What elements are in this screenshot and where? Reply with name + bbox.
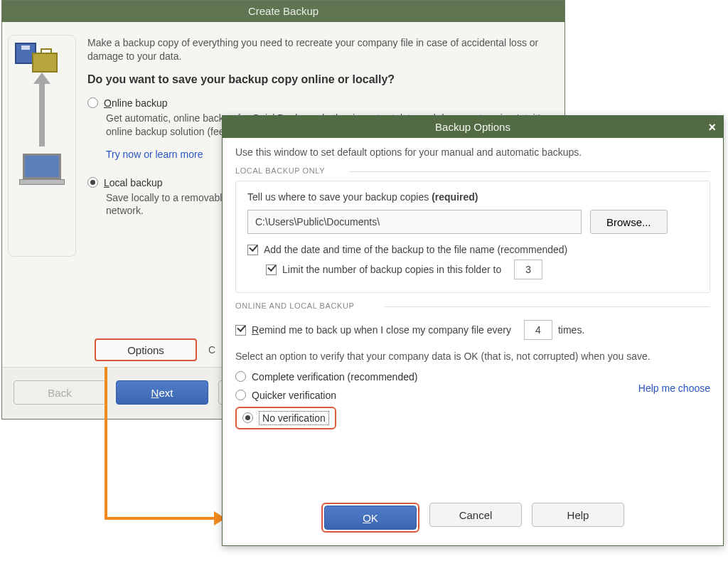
verify-none-label: No verification — [259, 411, 329, 425]
ok-button-highlight: OK — [321, 503, 419, 533]
remind-tail: times. — [558, 324, 584, 336]
checkbox-icon — [247, 245, 258, 255]
help-me-choose-link[interactable]: Help me choose — [638, 383, 710, 394]
wizard-graphic-panel — [2, 22, 82, 367]
options-button[interactable]: Options — [95, 338, 197, 361]
radio-icon — [235, 371, 246, 382]
wizard-intro-text: Make a backup copy of everything you nee… — [87, 36, 555, 63]
annotation-line — [105, 367, 107, 518]
radio-icon — [87, 97, 98, 108]
remind-checkbox[interactable]: Remind me to back up when I close my com… — [235, 320, 710, 340]
remind-label: Remind me to back up when I close my com… — [252, 324, 511, 336]
try-now-link[interactable]: Try now or learn more — [106, 149, 203, 160]
annotation-line — [105, 517, 215, 520]
backup-options-dialog: Backup Options × Use this window to set … — [222, 115, 724, 546]
checkbox-icon — [235, 325, 246, 336]
back-button: Back — [14, 380, 106, 405]
local-backup-label: Local backup — [104, 177, 163, 188]
radio-icon — [242, 412, 253, 423]
laptop-icon — [19, 154, 65, 185]
options-side-text: C — [208, 344, 215, 356]
online-backup-option[interactable]: Online backup — [87, 97, 555, 109]
wizard-question: Do you want to save your backup copy onl… — [87, 73, 555, 86]
radio-icon — [235, 390, 246, 400]
next-button[interactable]: Next — [116, 380, 208, 405]
backup-options-title: Backup Options × — [223, 116, 723, 138]
checkbox-icon — [266, 265, 277, 275]
section-local-label: LOCAL BACKUP ONLY — [235, 166, 710, 175]
verify-complete-label: Complete verification (recommended) — [252, 371, 417, 383]
verify-instructions: Select an option to verify that your com… — [235, 350, 710, 364]
close-icon[interactable]: × — [708, 120, 716, 135]
verify-complete-option[interactable]: Complete verification (recommended) — [235, 371, 710, 383]
create-backup-title: Create Backup — [2, 1, 564, 22]
ok-button[interactable]: OK — [324, 506, 417, 530]
add-date-label: Add the date and time of the backup to t… — [264, 244, 567, 255]
arrow-up-icon — [39, 82, 45, 146]
section-online-local-label: ONLINE AND LOCAL BACKUP — [235, 301, 710, 310]
add-date-checkbox[interactable]: Add the date and time of the backup to t… — [247, 244, 698, 255]
browse-button[interactable]: Browse... — [590, 210, 668, 234]
dialog-intro: Use this window to set default options f… — [235, 146, 710, 158]
limit-copies-checkbox[interactable]: Limit the number of backup copies in thi… — [266, 260, 698, 279]
online-backup-label: Online backup — [104, 97, 168, 109]
verify-quicker-label: Quicker verification — [252, 390, 336, 401]
backup-path-input[interactable] — [247, 210, 582, 234]
limit-copies-value[interactable]: 3 — [514, 260, 542, 279]
dialog-button-row: OK Cancel Help — [223, 491, 723, 545]
cancel-button[interactable]: Cancel — [429, 503, 522, 527]
remind-value[interactable]: 4 — [524, 320, 552, 340]
limit-copies-label: Limit the number of backup copies in thi… — [282, 264, 501, 275]
verify-none-option[interactable]: No verification — [235, 407, 336, 429]
local-backup-group: Tell us where to save your backup copies… — [235, 181, 710, 293]
help-button[interactable]: Help — [532, 503, 624, 527]
briefcase-icon — [32, 53, 58, 73]
radio-icon — [87, 177, 98, 188]
where-prompt: Tell us where to save your backup copies… — [247, 191, 698, 203]
